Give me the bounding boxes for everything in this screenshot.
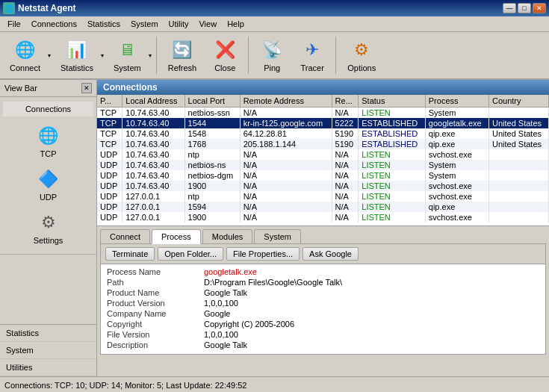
cell-local-address: 10.74.63.40 <box>122 160 184 170</box>
system-icon: 🖥 <box>115 38 139 62</box>
cell-country <box>488 170 548 181</box>
cell-protocol: TCP <box>97 108 122 119</box>
sidebar-item-statistics[interactable]: Statistics <box>0 325 96 342</box>
main-area: View Bar ✕ Connections 🌐 TCP 🔷 UDP ⚙ Set… <box>0 80 549 376</box>
menu-utility[interactable]: Utility <box>164 18 193 30</box>
close-label: Close <box>214 63 235 72</box>
cell-protocol: UDP <box>97 149 122 160</box>
cell-process: qip.exe <box>425 202 488 212</box>
cell-local-port: ntp <box>184 149 240 160</box>
cell-local-address: 10.74.63.40 <box>122 108 184 119</box>
system-button[interactable]: 🖥 System <box>107 34 148 76</box>
cell-country <box>488 181 548 191</box>
connect-button[interactable]: 🌐 Connect <box>3 34 47 76</box>
close-button[interactable]: ❌ Close <box>206 34 244 76</box>
cell-protocol: UDP <box>97 202 122 212</box>
menu-statistics[interactable]: Statistics <box>83 18 125 30</box>
close-icon: ❌ <box>213 38 237 62</box>
table-row[interactable]: TCP 10.74.63.40 1548 64.12.28.81 5190 ES… <box>97 128 549 139</box>
cell-local-port: 1544 <box>184 118 240 128</box>
cell-remote-address: 205.188.1.144 <box>240 139 332 149</box>
refresh-button[interactable]: 🔄 Refresh <box>161 34 204 76</box>
ping-button[interactable]: 📡 Ping <box>253 34 291 76</box>
minimize-button[interactable]: — <box>503 3 516 13</box>
sidebar-item-utilities[interactable]: Utilities <box>0 359 96 376</box>
menu-system[interactable]: System <box>126 18 163 30</box>
statistics-group: 📊 Statistics ▾ <box>54 34 104 76</box>
menu-help[interactable]: Help <box>223 18 249 30</box>
process-info: Process Name googletalk.exe Path D:\Prog… <box>101 264 545 354</box>
process-field-label: Process Name <box>107 267 204 276</box>
process-field-value: Google <box>204 309 230 318</box>
process-field-label: Copyright <box>107 320 204 329</box>
cell-protocol: TCP <box>97 139 122 149</box>
table-row[interactable]: UDP 10.74.63.40 1900 N/A N/A LISTEN svch… <box>97 181 549 191</box>
menu-view[interactable]: View <box>194 18 221 30</box>
close-window-button[interactable]: ✕ <box>533 3 546 13</box>
app-icon: 🌐 <box>3 2 15 14</box>
table-row[interactable]: TCP 10.74.63.40 netbios-ssn N/A N/A LIST… <box>97 108 549 119</box>
sidebar-item-system[interactable]: System <box>0 342 96 359</box>
cell-local-address: 10.74.63.40 <box>122 170 184 181</box>
terminate-button[interactable]: Terminate <box>105 247 155 261</box>
cell-process: System <box>425 108 488 119</box>
cell-remote-address: N/A <box>240 108 332 119</box>
cell-status: LISTEN <box>359 149 426 160</box>
table-row[interactable]: UDP 10.74.63.40 netbios-dgm N/A N/A LIST… <box>97 170 549 181</box>
cell-protocol: UDP <box>97 160 122 170</box>
tab-process[interactable]: Process <box>152 229 201 244</box>
file-properties-button[interactable]: File Properties... <box>226 247 300 261</box>
table-row[interactable]: UDP 127.0.0.1 1900 N/A N/A LISTEN svchos… <box>97 212 549 223</box>
process-field-value: googletalk.exe <box>204 267 257 276</box>
ask-google-button[interactable]: Ask Google <box>303 247 359 261</box>
cell-local-port: netbios-ssn <box>184 108 240 119</box>
system-label: System <box>114 63 141 72</box>
sidebar-close-button[interactable]: ✕ <box>81 83 92 93</box>
cell-country <box>488 149 548 160</box>
separator-2 <box>248 37 249 74</box>
table-row[interactable]: UDP 127.0.0.1 1594 N/A N/A LISTEN qip.ex… <box>97 202 549 212</box>
cell-protocol: UDP <box>97 212 122 223</box>
process-info-row: Product Name Google Talk <box>107 288 539 297</box>
connections-section-label[interactable]: Connections <box>3 102 93 116</box>
table-row[interactable]: TCP 10.74.63.40 1544 kr-in-f125.google.c… <box>97 118 549 128</box>
options-button[interactable]: ⚙ Options <box>341 34 382 76</box>
cell-remote-port: 5190 <box>332 139 359 149</box>
col-country: Country <box>488 95 548 108</box>
system-dropdown[interactable]: ▾ <box>149 52 152 59</box>
sidebar-item-udp[interactable]: 🔷 UDP <box>0 163 96 206</box>
maximize-button[interactable]: □ <box>518 3 531 13</box>
process-field-label: Path <box>107 278 204 287</box>
content-panel: Connections P... Local Address Local Por… <box>97 80 549 376</box>
sidebar-item-tcp[interactable]: 🌐 TCP <box>0 119 96 163</box>
menu-bar: File Connections Statistics System Utili… <box>0 16 549 32</box>
table-row[interactable]: UDP 127.0.0.1 ntp N/A N/A LISTEN svchost… <box>97 191 549 202</box>
menu-connections[interactable]: Connections <box>27 18 81 30</box>
cell-remote-port: N/A <box>332 160 359 170</box>
cell-process: svchost.exe <box>425 191 488 202</box>
col-process: Process <box>425 95 488 108</box>
process-info-row: Product Version 1,0,0,100 <box>107 299 539 308</box>
statistics-button[interactable]: 📊 Statistics <box>54 34 100 76</box>
open-folder-button[interactable]: Open Folder... <box>158 247 223 261</box>
table-row[interactable]: TCP 10.74.63.40 1768 205.188.1.144 5190 … <box>97 139 549 149</box>
connections-table[interactable]: P... Local Address Local Port Remote Add… <box>97 95 549 225</box>
cell-remote-address: N/A <box>240 181 332 191</box>
cell-remote-port: N/A <box>332 108 359 119</box>
tab-modules[interactable]: Modules <box>202 229 253 243</box>
col-local-address: Local Address <box>122 95 184 108</box>
process-field-value: 1,0,0,100 <box>204 299 238 308</box>
table-row[interactable]: UDP 10.74.63.40 ntp N/A N/A LISTEN svcho… <box>97 149 549 160</box>
status-text: Connections: TCP: 10; UDP: 14; Monitor: … <box>4 381 246 390</box>
cell-remote-port: 5222 <box>332 118 359 128</box>
menu-file[interactable]: File <box>3 18 25 30</box>
cell-status: LISTEN <box>359 212 426 223</box>
sidebar-item-settings[interactable]: ⚙ Settings <box>0 206 96 249</box>
tab-system[interactable]: System <box>254 229 301 243</box>
table-row[interactable]: UDP 10.74.63.40 netbios-ns N/A N/A LISTE… <box>97 160 549 170</box>
tracer-button[interactable]: ✈ Tracer <box>294 34 331 76</box>
cell-process: qip.exe <box>425 139 488 149</box>
statistics-dropdown[interactable]: ▾ <box>101 52 104 59</box>
connect-dropdown[interactable]: ▾ <box>48 52 51 59</box>
tab-connect[interactable]: Connect <box>100 229 150 243</box>
